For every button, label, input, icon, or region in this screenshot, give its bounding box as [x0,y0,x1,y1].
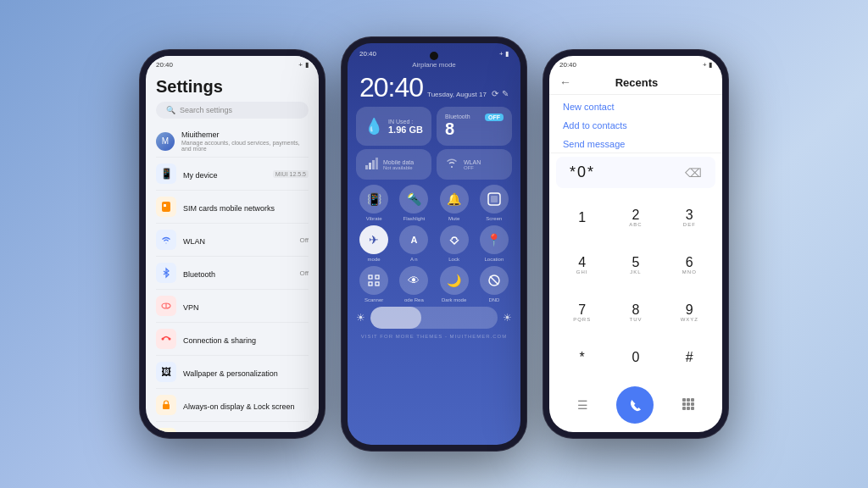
toggle-airplane[interactable]: ✈ mode [356,225,392,262]
wlan-tile[interactable]: WLAN OFF [437,149,512,180]
cc-date-text: Tuesday, August 17 [427,91,487,98]
key-hash[interactable]: # [664,337,715,378]
new-contact-option[interactable]: New contact [563,102,709,112]
brightness-low-icon: ☀ [356,312,365,324]
lockscreen-icon [156,395,176,415]
toggle-vibrate[interactable]: 📳 Vibrate [356,185,392,221]
key-8[interactable]: 8 TUV [609,290,661,336]
svg-rect-15 [369,282,372,286]
mute-label: Mute [448,216,459,221]
add-to-contacts-option[interactable]: Add to contacts [563,120,709,130]
profile-item[interactable]: M Miuithemer Manage accounts, cloud serv… [156,125,309,158]
dialer-header: ← Recents [549,70,722,95]
key-9-num: 9 [686,303,693,317]
control-screen: 20:40 + ▮ Airplane mode 20:40 Tuesday, A… [348,43,520,445]
mute-btn[interactable]: 🔔 [440,185,469,214]
data-widget-icon: 💧 [364,117,383,136]
airplane-btn[interactable]: ✈ [359,225,388,254]
backspace-button[interactable]: ⌫ [685,166,702,180]
search-icon: 🔍 [166,106,175,114]
key-5[interactable]: 5 JKL [609,242,661,288]
brightness-fill [370,307,421,329]
toggle-darkmode[interactable]: 🌙 Dark mode [437,266,472,302]
mydevice-icon: 📱 [156,164,176,184]
toggle-lock[interactable]: Lock [437,225,472,262]
key-0[interactable]: 0 [609,337,661,378]
setting-item-wlan[interactable]: WLAN Off [156,224,309,257]
key-6[interactable]: 6 MNO [664,242,715,288]
key-7[interactable]: 7 PQRS [556,290,608,336]
brightness-slider[interactable] [370,307,498,329]
svg-point-5 [169,338,171,341]
vibrate-btn[interactable]: 📳 [359,185,388,214]
bt-off-badge: OFF [485,114,504,121]
location-btn[interactable]: 📍 [480,225,509,254]
search-bar[interactable]: 🔍 Search settings [156,102,309,119]
search-placeholder: Search settings [180,106,232,114]
key-star[interactable]: * [556,337,608,378]
scanner-btn[interactable] [359,266,388,295]
setting-item-lockscreen[interactable]: Always-on display & Lock screen [156,389,309,422]
toggle-location[interactable]: 📍 Location [476,225,512,262]
bt-widget-right: OFF [485,114,504,121]
darkmode-btn[interactable]: 🌙 [440,266,469,295]
call-button[interactable] [616,386,654,424]
data-widget-info: IN Used : 1.96 GB [388,119,423,135]
toggle-screen[interactable]: Screen [476,185,512,221]
lock-btn[interactable] [440,225,469,254]
key-hash-num: # [686,351,693,364]
right-phone-screen: 20:40 + ▮ ← Recents New contact Add to c… [549,56,722,432]
send-message-option[interactable]: Send message [563,139,709,149]
recents-options: New contact Add to contacts Send message [549,95,722,153]
key-3-letters: DEF [683,222,696,227]
avatar: M [156,132,175,151]
svg-rect-19 [682,398,686,402]
toggle-scanner[interactable]: Scanner [356,266,392,302]
flashlight-btn[interactable]: 🔦 [399,185,428,214]
right-phone: 20:40 + ▮ ← Recents New contact Add to c… [542,49,729,439]
edit-icon: ✎ [502,89,509,98]
key-7-letters: PQRS [573,317,591,322]
mobile-data-tile[interactable]: Mobile data Not available [356,149,431,180]
setting-item-sim[interactable]: SIM cards mobile networks [156,191,309,224]
dnd-btn[interactable] [480,266,509,295]
keypad-toggle-button[interactable] [682,397,695,413]
setting-item-wallpaper[interactable]: 🖼 Wallpaper & personalization [156,356,309,389]
setting-item-mydevice[interactable]: 📱 My device MIUI 12.5.5 [156,158,309,191]
auto-btn[interactable]: A [399,225,428,254]
reader-btn[interactable]: 👁 [399,266,428,295]
menu-button[interactable]: ☰ [577,398,588,412]
key-2[interactable]: 2 ABC [609,195,661,241]
toggle-flashlight[interactable]: 🔦 Flashlight [396,185,431,221]
wlan-value: Off [299,236,309,244]
key-9[interactable]: 9 WXYZ [664,290,715,336]
screen-btn[interactable] [480,185,509,214]
center-phone: 20:40 + ▮ Airplane mode 20:40 Tuesday, A… [341,36,527,452]
setting-item-bluetooth[interactable]: Bluetooth Off [156,257,309,290]
back-button[interactable]: ← [559,75,571,89]
key-4-num: 4 [578,256,586,269]
setting-item-display[interactable]: ☀ Display [156,422,309,432]
data-widget[interactable]: 💧 IN Used : 1.96 GB [356,107,431,146]
setting-item-vpn[interactable]: VPN [156,290,309,323]
setting-item-connection[interactable]: Connection & sharing [156,323,309,356]
wallpaper-label: Wallpaper & personalization [183,369,278,378]
toggle-dnd[interactable]: DND [476,266,512,302]
cc-toggles-row1: 📳 Vibrate 🔦 Flashlight 🔔 Mute [348,185,520,225]
toggle-auto[interactable]: A A n [396,225,431,262]
wlan-label: WLAN [183,237,205,246]
key-8-num: 8 [632,303,640,317]
sim-text: SIM cards mobile networks [183,199,309,214]
cc-quick-tiles: Mobile data Not available WLAN OFF [348,149,520,185]
key-1[interactable]: 1 [556,195,608,241]
bluetooth-icon [156,263,176,283]
key-4[interactable]: 4 GHI [556,242,608,288]
toggle-mute[interactable]: 🔔 Mute [437,185,472,221]
toggle-reader[interactable]: 👁 ode Rea [396,266,431,302]
vpn-label: VPN [183,303,199,312]
bluetooth-widget[interactable]: Bluetooth 8 OFF [437,107,512,146]
wallpaper-icon: 🖼 [156,362,176,382]
lockscreen-text: Always-on display & Lock screen [183,397,309,413]
key-3[interactable]: 3 DEF [664,195,715,241]
wallpaper-text: Wallpaper & personalization [183,364,309,380]
